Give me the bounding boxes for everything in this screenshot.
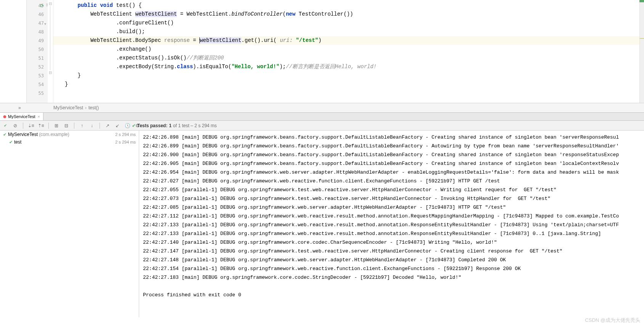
collapse-all-icon[interactable]: ⊟ — [63, 123, 69, 129]
console-output[interactable]: 22:42:26.898 [main] DEBUG org.springfram… — [139, 131, 644, 317]
toolbar-separator — [23, 123, 23, 129]
console-line: 22:42:26.954 [main] DEBUG org.springfram… — [143, 168, 640, 177]
sort-down-icon[interactable]: ⇣≡ — [28, 123, 34, 129]
console-line: 22:42:27.073 [parallel-1] DEBUG org.spri… — [143, 194, 640, 203]
test-tree[interactable]: ✔ MyServiceTest (com.example) 2 s 294 ms… — [0, 131, 139, 317]
code-content[interactable]: public void test() { WebTestClient webTe… — [53, 0, 644, 103]
watermark: CSDN @成为大佬先秃头 — [585, 317, 640, 324]
console-line: 22:42:27.133 [parallel-1] DEBUG org.spri… — [143, 229, 640, 238]
next-failed-icon[interactable]: ↓ — [89, 123, 95, 129]
console-line: 22:42:27.183 [main] DEBUG org.springfram… — [143, 273, 640, 282]
console-line: 22:42:27.112 [parallel-1] DEBUG org.spri… — [143, 212, 640, 221]
test-passed-icon: ✔ — [9, 140, 13, 145]
console-line: 22:42:27.140 [parallel-1] DEBUG org.spri… — [143, 238, 640, 247]
run-tab-bar: ⬣ MyServiceTest × — [0, 112, 644, 121]
console-line: 22:42:26.898 [main] DEBUG org.springfram… — [143, 133, 640, 142]
import-results-icon[interactable]: ↙ — [114, 123, 120, 129]
analysis-ok-indicator — [639, 0, 644, 2]
tests-passed-label: Tests passed: — [137, 123, 167, 128]
test-package: (com.example) — [39, 132, 69, 137]
run-tab[interactable]: ⬣ MyServiceTest × — [0, 113, 43, 120]
code-line[interactable] — [53, 89, 644, 97]
show-ignored-icon[interactable]: ⊘ — [12, 123, 18, 129]
code-line[interactable]: public void test() { — [53, 1, 644, 10]
line-number[interactable]: 50 — [27, 45, 48, 54]
editor-marker-bar[interactable] — [639, 0, 644, 103]
console-line: 22:42:27.148 [parallel-1] DEBUG org.spri… — [143, 256, 640, 264]
line-number[interactable]: 53 — [27, 71, 48, 80]
code-line[interactable]: .configureClient() — [53, 19, 644, 27]
code-line[interactable]: .expectStatus().isOk()//判断返回200 — [53, 54, 644, 62]
fold-arrow-icon[interactable]: ▸ — [43, 23, 48, 25]
code-line[interactable]: WebTestClient webTestClient = WebTestCli… — [53, 10, 644, 19]
test-class-name: MyServiceTest — [8, 132, 38, 137]
line-number[interactable]: 54 — [27, 80, 48, 89]
pass-check-icon: ✔ — [132, 123, 136, 128]
line-number-gutter[interactable]: 45⟳⛨46474849505152535455 — [27, 0, 48, 103]
fold-bar[interactable]: ⊟ ⊟ ▸ — [48, 0, 53, 103]
exit-message: Process finished with exit code 0 — [143, 291, 640, 299]
console-line: 22:42:27.133 [parallel-1] DEBUG org.spri… — [143, 221, 640, 229]
line-number[interactable]: 45⟳⛨ — [27, 1, 48, 10]
test-tree-root[interactable]: ✔ MyServiceTest (com.example) 2 s 294 ms — [0, 131, 139, 138]
line-number[interactable]: 49 — [27, 36, 48, 45]
console-line: 22:42:27.085 [parallel-1] DEBUG org.spri… — [143, 203, 640, 212]
code-line[interactable]: .build(); — [53, 27, 644, 36]
toolbar-separator — [74, 123, 74, 129]
sort-up-icon[interactable]: ⇡≡ — [38, 123, 44, 129]
breadcrumb: MyServiceTest › test() — [0, 103, 644, 112]
line-number[interactable]: 48 — [27, 27, 48, 36]
editor-left-margin — [0, 0, 27, 103]
console-line: 22:42:26.905 [main] DEBUG org.springfram… — [143, 159, 640, 168]
breadcrumb-expand-icon[interactable]: » — [18, 105, 21, 110]
line-number[interactable]: 46 — [27, 10, 48, 19]
history-icon[interactable]: 🕓 — [124, 123, 130, 129]
console-line: 22:42:26.899 [main] DEBUG org.springfram… — [143, 142, 640, 150]
breadcrumb-item[interactable]: test() — [87, 105, 101, 110]
line-number[interactable]: 51 — [27, 54, 48, 62]
test-passed-icon: ✔ — [3, 132, 6, 137]
export-results-icon[interactable]: ↗ — [104, 123, 111, 129]
test-config-icon: ⬣ — [3, 115, 6, 119]
test-duration: 2 s 294 ms — [115, 132, 136, 137]
test-results-panel: ✔ MyServiceTest (com.example) 2 s 294 ms… — [0, 131, 644, 317]
line-number[interactable]: 52 — [27, 62, 48, 71]
breadcrumb-item[interactable]: MyServiceTest — [51, 105, 85, 110]
fold-line — [50, 6, 50, 70]
code-editor[interactable]: 45⟳⛨46474849505152535455 ⊟ ⊟ ▸ public vo… — [0, 0, 644, 103]
close-icon[interactable]: × — [38, 114, 40, 119]
tests-passed-count: 1 — [169, 123, 172, 128]
console-line: 22:42:27.147 [parallel-1] DEBUG org.spri… — [143, 247, 640, 256]
expand-all-icon[interactable]: ⊞ — [53, 123, 59, 129]
test-duration: 2 s 294 ms — [115, 140, 136, 144]
tests-total-label: of 1 test – 2 s 294 ms — [173, 123, 217, 128]
fold-toggle-icon[interactable]: ⊟ — [49, 70, 52, 75]
warning-marker[interactable] — [639, 38, 644, 39]
console-line: 22:42:27.154 [parallel-1] DEBUG org.spri… — [143, 264, 640, 273]
prev-failed-icon[interactable]: ↑ — [79, 123, 85, 129]
test-toolbar: ✔ ⊘ ⇣≡ ⇡≡ ⊞ ⊟ ↑ ↓ ↗ ↙ 🕓 ⚙ ✔ Tests passed… — [0, 121, 644, 131]
console-line: 22:42:27.055 [parallel-1] DEBUG org.spri… — [143, 185, 640, 194]
code-line[interactable]: } — [53, 80, 644, 89]
tab-label: MyServiceTest — [8, 114, 35, 119]
fold-toggle-icon[interactable]: ⊟ — [49, 2, 52, 6]
code-line[interactable]: .exchange() — [53, 45, 644, 54]
code-line[interactable]: .expectBody(String.class).isEqualTo("Hel… — [53, 62, 644, 71]
code-line[interactable]: WebTestClient.BodySpec response = webTes… — [53, 36, 644, 45]
console-line: 22:42:26.900 [main] DEBUG org.springfram… — [143, 150, 640, 159]
test-tree-item[interactable]: ✔ test 2 s 294 ms — [0, 138, 139, 146]
console-line: 22:42:27.027 [main] DEBUG org.springfram… — [143, 177, 640, 185]
run-test-icon[interactable]: ⟳ — [40, 3, 44, 8]
code-line[interactable]: } — [53, 71, 644, 80]
show-passed-icon[interactable]: ✔ — [2, 123, 8, 129]
toolbar-separator — [48, 123, 49, 129]
line-number[interactable]: 55 — [27, 89, 48, 97]
toolbar-separator — [100, 123, 100, 129]
test-status: ✔ Tests passed: 1 of 1 test – 2 s 294 ms — [132, 123, 217, 128]
test-method-name: test — [14, 139, 21, 145]
